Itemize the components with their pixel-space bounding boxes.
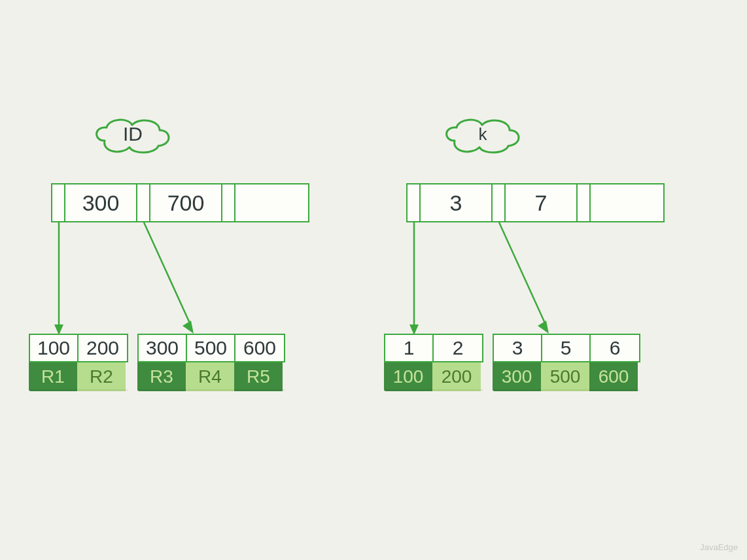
leaf-key: 200 bbox=[78, 335, 127, 361]
cloud-label-text: ID bbox=[123, 123, 143, 145]
root-node-id: 300 700 bbox=[51, 183, 309, 222]
leaf-key: 6 bbox=[591, 335, 639, 361]
arrow-icon bbox=[139, 222, 217, 340]
root-pointer bbox=[137, 184, 150, 221]
root-key: 7 bbox=[506, 184, 578, 221]
leaf-data: 300 500 600 bbox=[493, 362, 640, 391]
leaf-node: 3 5 6 300 500 600 bbox=[493, 334, 640, 391]
cloud-label-id: ID bbox=[90, 114, 175, 156]
leaf-key: 2 bbox=[434, 335, 482, 361]
leaf-record: 200 bbox=[432, 362, 481, 391]
leaf-node: 300 500 600 R3 R4 R5 bbox=[137, 334, 285, 391]
root-empty-slot bbox=[591, 184, 663, 221]
root-key: 3 bbox=[421, 184, 493, 221]
leaf-record: R4 bbox=[186, 362, 234, 391]
leaf-data: R3 R4 R5 bbox=[137, 362, 285, 391]
leaf-row-k: 1 2 100 200 3 5 6 300 500 600 bbox=[384, 334, 640, 391]
leaf-data: 100 200 bbox=[384, 362, 483, 391]
leaf-record: 500 bbox=[541, 362, 589, 391]
tree-k: k 3 7 1 2 100 200 3 5 bbox=[373, 0, 747, 560]
leaf-key: 500 bbox=[187, 335, 235, 361]
leaf-key: 300 bbox=[139, 335, 187, 361]
leaf-key: 5 bbox=[542, 335, 591, 361]
root-pointer bbox=[52, 184, 65, 221]
arrow-icon bbox=[36, 222, 75, 340]
root-pointer bbox=[578, 184, 591, 221]
root-pointer bbox=[493, 184, 506, 221]
svg-line-6 bbox=[499, 222, 546, 326]
leaf-record: R2 bbox=[77, 362, 126, 391]
leaf-key: 100 bbox=[30, 335, 78, 361]
svg-marker-3 bbox=[182, 321, 194, 334]
leaf-key: 1 bbox=[385, 335, 434, 361]
leaf-record: R3 bbox=[137, 362, 186, 391]
svg-line-2 bbox=[144, 222, 191, 326]
cloud-label-text: k bbox=[479, 124, 487, 145]
leaf-keys: 1 2 bbox=[384, 334, 483, 362]
leaf-record: 100 bbox=[384, 362, 432, 391]
root-pointer bbox=[408, 184, 421, 221]
leaf-node: 1 2 100 200 bbox=[384, 334, 483, 391]
leaf-record: 600 bbox=[589, 362, 638, 391]
root-key: 700 bbox=[150, 184, 222, 221]
root-key: 300 bbox=[65, 184, 137, 221]
arrow-icon bbox=[494, 222, 572, 340]
leaf-row-id: 100 200 R1 R2 300 500 600 R3 R4 R5 bbox=[29, 334, 285, 391]
tree-id: ID 300 700 100 200 R1 R2 300 bbox=[0, 0, 373, 560]
leaf-keys: 300 500 600 bbox=[137, 334, 285, 362]
leaf-node: 100 200 R1 R2 bbox=[29, 334, 128, 391]
root-empty-slot bbox=[235, 184, 307, 221]
arrow-icon bbox=[391, 222, 430, 340]
leaf-record: R5 bbox=[234, 362, 283, 391]
leaf-keys: 100 200 bbox=[29, 334, 128, 362]
cloud-label-k: k bbox=[440, 114, 525, 156]
leaf-record: R1 bbox=[29, 362, 77, 391]
leaf-record: 300 bbox=[493, 362, 541, 391]
leaf-key: 3 bbox=[494, 335, 542, 361]
leaf-key: 600 bbox=[235, 335, 284, 361]
leaf-keys: 3 5 6 bbox=[493, 334, 640, 362]
root-pointer bbox=[222, 184, 235, 221]
leaf-data: R1 R2 bbox=[29, 362, 128, 391]
root-node-k: 3 7 bbox=[406, 183, 665, 222]
watermark: JavaEdge bbox=[700, 542, 738, 552]
svg-marker-7 bbox=[538, 321, 549, 334]
